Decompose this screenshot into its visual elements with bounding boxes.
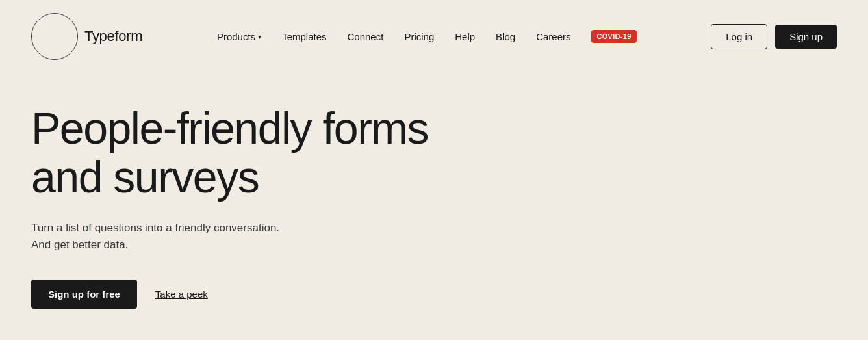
main-nav: Products ▾ Templates Connect Pricing Hel… bbox=[217, 30, 637, 43]
nav-item-pricing[interactable]: Pricing bbox=[404, 31, 434, 42]
nav-item-templates[interactable]: Templates bbox=[282, 31, 326, 42]
chevron-down-icon: ▾ bbox=[258, 33, 261, 40]
nav-item-careers[interactable]: Careers bbox=[536, 31, 570, 42]
signup-nav-button[interactable]: Sign up bbox=[775, 25, 837, 49]
cta-group: Sign up for free Take a peek bbox=[31, 280, 837, 309]
signup-free-button[interactable]: Sign up for free bbox=[31, 280, 137, 309]
nav-item-help[interactable]: Help bbox=[455, 31, 475, 42]
nav-item-blog[interactable]: Blog bbox=[496, 31, 515, 42]
hero-section: People-friendly forms and surveys Turn a… bbox=[0, 73, 868, 309]
hero-subtitle: Turn a list of questions into a friendly… bbox=[31, 220, 285, 254]
logo-circle bbox=[31, 13, 78, 60]
covid-badge[interactable]: COVID-19 bbox=[591, 30, 636, 43]
site-header: Typeform Products ▾ Templates Connect Pr… bbox=[0, 0, 868, 73]
take-peek-button[interactable]: Take a peek bbox=[155, 289, 208, 300]
nav-item-connect[interactable]: Connect bbox=[348, 31, 384, 42]
logo-text: Typeform bbox=[84, 28, 142, 45]
header-actions: Log in Sign up bbox=[711, 24, 837, 49]
nav-item-products[interactable]: Products ▾ bbox=[217, 31, 261, 42]
hero-title: People-friendly forms and surveys bbox=[31, 104, 473, 202]
login-button[interactable]: Log in bbox=[711, 24, 767, 49]
logo[interactable]: Typeform bbox=[31, 13, 142, 60]
